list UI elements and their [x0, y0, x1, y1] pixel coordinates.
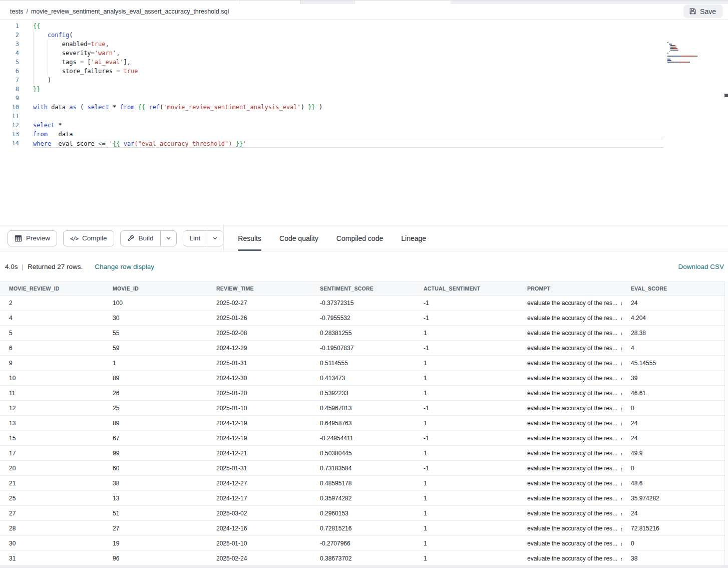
save-button[interactable]: Save [683, 5, 723, 18]
code-line[interactable]: 12select * [0, 121, 671, 130]
line-number: 4 [0, 49, 20, 58]
code-token [232, 140, 235, 147]
code-line-content: config( [33, 31, 73, 40]
chevron-right-icon[interactable]: › [621, 495, 622, 502]
cell-sentiment-score: 0.2960153 [311, 506, 415, 520]
code-line-content: enabled=true, [33, 40, 109, 49]
code-line[interactable]: 14where eval_score <= '{{ var("eval_accu… [0, 139, 671, 148]
code-editor[interactable]: 1{{2config(3enabled=true,4severity='warn… [0, 20, 728, 225]
chevron-right-icon[interactable]: › [621, 480, 622, 487]
code-line[interactable]: 7) [0, 76, 671, 85]
code-line[interactable]: 8}} [0, 85, 671, 94]
chevron-right-icon[interactable]: › [621, 315, 622, 322]
lint-button[interactable]: Lint [183, 231, 207, 246]
code-line-content: {{ [33, 22, 40, 31]
cell-movie-review-id: 20 [0, 461, 104, 475]
code-line[interactable]: 2config( [0, 31, 671, 40]
cell-review-time: 2025-03-02 [207, 506, 311, 520]
change-row-display-link[interactable]: Change row display [95, 263, 154, 270]
build-caret-button[interactable] [160, 231, 176, 246]
build-button[interactable]: Build [121, 231, 160, 246]
code-line[interactable]: 9 [0, 94, 671, 103]
ide-window: tests/movie_review_sentiment_analysis_ev… [0, 0, 728, 568]
chevron-right-icon[interactable]: › [621, 450, 622, 457]
table-row: 11262025-01-200.53922331evaluate the acc… [0, 386, 728, 401]
cell-movie-review-id: 15 [0, 431, 104, 445]
chevron-right-icon[interactable]: › [621, 435, 622, 442]
line-number: 12 [0, 121, 20, 130]
code-token: {{ [138, 104, 145, 111]
line-number: 2 [0, 31, 20, 40]
code-token: ref [149, 104, 160, 111]
editor-scrollbar-thumb[interactable] [724, 94, 728, 97]
horizontal-scrollbar-track[interactable] [0, 565, 728, 568]
cell-movie-review-id: 10 [0, 371, 104, 385]
minimap-line [667, 56, 722, 57]
chevron-right-icon[interactable]: › [621, 375, 622, 382]
table-body: 21002025-02-27-0.37372315-1evaluate the … [0, 296, 728, 566]
cell-actual-sentiment: 1 [415, 371, 518, 385]
chevron-right-icon[interactable]: › [621, 540, 622, 547]
code-token: 'ai_eval' [91, 59, 124, 66]
chevron-right-icon[interactable]: › [621, 555, 622, 562]
minimap-token [667, 53, 668, 54]
cell-sentiment-score: 0.45967013 [311, 401, 415, 415]
cell-actual-sentiment: 1 [415, 476, 518, 490]
minimap-line [667, 59, 722, 60]
chevron-right-icon[interactable]: › [621, 420, 622, 427]
results-scrollbar-track[interactable] [724, 281, 728, 565]
code-line[interactable]: 5tags = ['ai_eval'], [0, 58, 671, 67]
minimap[interactable] [667, 42, 722, 63]
chevron-right-icon[interactable]: › [621, 525, 622, 532]
lint-caret-button[interactable] [207, 231, 223, 246]
column-header-movie_review_id: MOVIE_REVIEW_ID [0, 282, 104, 295]
preview-button-group: Preview [8, 230, 57, 246]
table-row: 10892024-12-300.4134731evaluate the accu… [0, 371, 728, 386]
compile-button[interactable]: </>Compile [64, 231, 114, 246]
chevron-right-icon[interactable]: › [621, 390, 622, 397]
code-line[interactable]: 6store_failures = true [0, 67, 671, 76]
chevron-right-icon[interactable]: › [621, 465, 622, 472]
code-line[interactable]: 3enabled=true, [0, 40, 671, 49]
tab-compiled-code[interactable]: Compiled code [336, 225, 383, 251]
cell-prompt: evaluate the accuracy of the res...› [518, 446, 622, 460]
chevron-right-icon[interactable]: › [621, 360, 622, 367]
code-line[interactable]: 4severity='warn', [0, 49, 671, 58]
cell-sentiment-score: -0.24954411 [311, 431, 415, 445]
tab-lineage[interactable]: Lineage [401, 225, 426, 251]
tab-code-quality[interactable]: Code quality [279, 225, 318, 251]
download-csv-link[interactable]: Download CSV [678, 263, 724, 270]
chevron-right-icon[interactable]: › [621, 510, 622, 517]
cell-review-time: 2024-12-16 [207, 521, 311, 535]
minimap-token [689, 62, 690, 63]
chevron-right-icon[interactable]: › [621, 330, 622, 337]
code-line[interactable]: 13from data [0, 130, 671, 139]
line-number: 13 [0, 130, 20, 139]
cell-eval-score: 24 [622, 416, 728, 430]
tab-results[interactable]: Results [238, 225, 261, 251]
file-header: tests/movie_review_sentiment_analysis_ev… [0, 4, 728, 20]
code-line[interactable]: 10with data as ( select * from {{ ref('m… [0, 103, 671, 112]
chevron-right-icon[interactable]: › [621, 300, 622, 307]
code-line[interactable]: 11 [0, 112, 671, 121]
action-row: Preview</>CompileBuildLint ResultsCode q… [0, 225, 728, 251]
code-token: 'warn' [95, 50, 116, 57]
cell-movie-review-id: 6 [0, 341, 104, 355]
cell-movie-id: 13 [104, 491, 207, 505]
preview-button-label: Preview [26, 234, 50, 242]
cell-eval-score: 4.204 [622, 311, 728, 325]
cell-prompt: evaluate the accuracy of the res...› [518, 341, 622, 355]
prompt-text: evaluate the accuracy of the res... [527, 555, 617, 562]
cell-sentiment-score: 0.5114555 [311, 356, 415, 370]
chevron-right-icon[interactable]: › [621, 405, 622, 412]
cell-movie-review-id: 11 [0, 386, 104, 400]
build-button-group: Build [120, 230, 177, 246]
code-token: eval_score [51, 140, 98, 147]
minimap-line [667, 45, 722, 46]
code-line[interactable]: 1{{ [0, 22, 671, 31]
cell-review-time: 2024-12-29 [207, 341, 311, 355]
chevron-right-icon[interactable]: › [621, 345, 622, 352]
preview-button[interactable]: Preview [8, 231, 57, 246]
cell-movie-review-id: 28 [0, 521, 104, 535]
cell-sentiment-score: -0.37372315 [311, 296, 415, 310]
